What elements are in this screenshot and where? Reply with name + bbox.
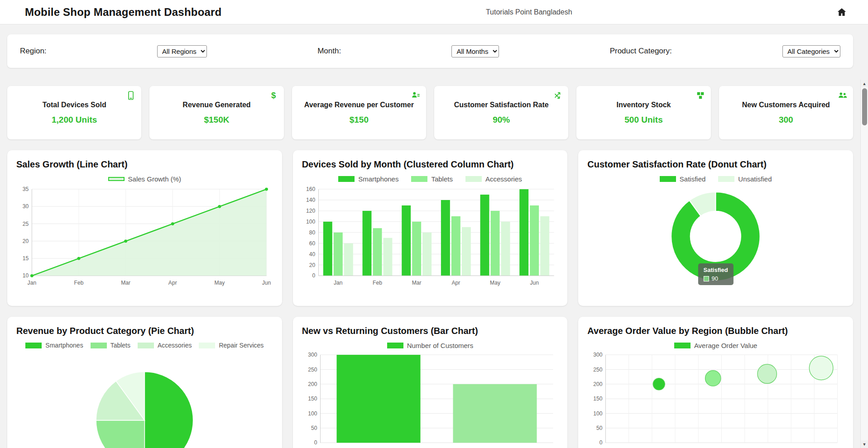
legend-color-box [138,343,154,348]
header: Mobile Shop Management Dashboard Tutoria… [0,0,868,24]
legend-color-box [718,176,734,182]
svg-text:200: 200 [308,381,317,387]
legend-item[interactable]: Satisfied [660,175,706,183]
kpi-label: Inventory Stock [616,101,671,109]
smartphone-icon [126,91,136,100]
kpi-label: New Customers Acquired [742,101,830,109]
chart-legend: SmartphonesTabletsAccessories [302,175,559,183]
percent-arrows-icon [553,91,563,100]
svg-text:10: 10 [23,272,29,279]
month-select[interactable]: All Months [451,45,499,57]
svg-text:300: 300 [308,352,317,358]
charts-grid: Sales Growth (Line Chart) Sales Growth (… [7,150,853,448]
vertical-scrollbar[interactable]: ▲ ▼ [860,80,868,448]
kpi-card-new-customers: New Customers Acquired 300 [719,86,853,139]
svg-text:30: 30 [23,203,29,210]
svg-text:25: 25 [23,221,29,227]
dashboard-content: Region: All Regions Month: All Months Pr… [0,34,860,448]
svg-text:40: 40 [309,251,316,257]
chart-card-new-vs-returning: New vs Returning Customers (Bar Chart) N… [293,317,568,448]
svg-text:80: 80 [309,229,316,236]
kpi-label: Revenue Generated [182,101,250,109]
home-icon[interactable] [836,7,847,18]
svg-text:Jun: Jun [262,280,271,286]
kpi-value: 300 [779,115,793,125]
chart-title: Sales Growth (Line Chart) [16,159,273,170]
kpi-value: 500 Units [624,115,662,125]
kpi-row: Total Devices Sold 1,200 Units $ Revenue… [7,86,853,139]
svg-text:Apr: Apr [451,280,460,286]
chart-canvas[interactable]: 020406080100120140160JanFebMarAprMayJun [302,185,559,288]
legend-label: Tablets [110,342,130,349]
svg-text:Jun: Jun [530,280,539,286]
svg-text:35: 35 [23,186,29,192]
svg-text:50: 50 [311,425,317,431]
new-vs-returning-bar-chart[interactable]: 050100150200250300 [302,351,559,448]
kpi-label: Customer Satisfaction Rate [454,101,549,109]
legend-item[interactable]: Sales Growth (%) [108,175,182,183]
legend-item[interactable]: Smartphones [338,175,398,183]
kpi-label: Total Devices Sold [43,101,106,109]
scrollbar-thumb[interactable] [862,88,867,125]
revenue-category-pie-chart[interactable] [16,351,273,448]
scroll-up-arrow[interactable]: ▲ [861,80,868,87]
svg-text:0: 0 [599,439,603,446]
legend-label: Smartphones [45,342,83,349]
svg-text:0: 0 [312,272,315,279]
chart-title: Devices Sold by Month (Clustered Column … [302,159,559,170]
svg-text:20: 20 [309,262,316,268]
chart-card-devices-sold: Devices Sold by Month (Clustered Column … [293,150,568,306]
legend-item[interactable]: Unsatisfied [718,175,772,183]
chart-canvas[interactable]: 050100150200250300 [302,351,559,448]
legend-item[interactable]: Smartphones [25,342,83,349]
region-label: Region: [20,47,47,56]
kpi-value: 90% [493,115,510,125]
legend-item[interactable]: Average Order Value [674,342,758,349]
boxes-icon [695,91,705,100]
legend-color-box [411,176,427,182]
legend-item[interactable]: Accessories [465,175,522,183]
chart-canvas[interactable]: 101520253035JanFebMarAprMayJun [16,185,273,288]
category-label: Product Category: [610,47,672,56]
legend-label: Average Order Value [694,342,758,349]
region-select[interactable]: All Regions [157,45,207,57]
users-icon [838,91,848,100]
svg-text:300: 300 [593,352,602,358]
kpi-value: $150 [350,115,369,125]
legend-color-box [387,343,403,348]
svg-text:Feb: Feb [74,280,84,286]
legend-label: Smartphones [358,175,398,183]
scroll-down-arrow[interactable]: ▼ [861,440,868,448]
legend-color-box [465,176,482,182]
legend-color-box [108,177,125,181]
sales-growth-line-chart[interactable]: 101520253035JanFebMarAprMayJun [16,185,273,288]
user-chart-icon [411,91,421,100]
devices-sold-column-chart[interactable]: 020406080100120140160JanFebMarAprMayJun [302,185,559,288]
legend-item[interactable]: Tablets [411,175,453,183]
svg-text:200: 200 [593,381,602,387]
kpi-card-total-devices: Total Devices Sold 1,200 Units [7,86,141,139]
chart-canvas[interactable]: 050100150200250300 [587,351,844,448]
svg-text:250: 250 [593,367,602,373]
legend-item[interactable]: Accessories [138,342,192,349]
svg-text:May: May [490,280,501,286]
svg-text:Mar: Mar [412,280,421,286]
chart-legend: Average Order Value [587,342,844,349]
kpi-card-revenue: $ Revenue Generated $150K [149,86,283,139]
svg-text:160: 160 [306,186,315,192]
legend-color-box [674,343,691,348]
legend-item[interactable]: Number of Customers [387,342,474,349]
kpi-value: 1,200 Units [52,115,97,125]
legend-label: Number of Customers [407,342,474,349]
chart-canvas[interactable] [16,351,273,448]
svg-text:0: 0 [314,439,317,446]
avg-order-value-bubble-chart[interactable]: 050100150200250300 [587,351,844,448]
legend-color-box [660,176,676,182]
chart-title: Average Order Value by Region (Bubble Ch… [587,326,844,336]
legend-label: Repair Services [219,342,264,349]
legend-item[interactable]: Tablets [91,342,130,349]
kpi-label: Average Revenue per Customer [304,101,414,109]
category-select[interactable]: All Categories [782,45,840,57]
legend-item[interactable]: Repair Services [199,342,264,349]
kpi-value: $150K [204,115,229,125]
